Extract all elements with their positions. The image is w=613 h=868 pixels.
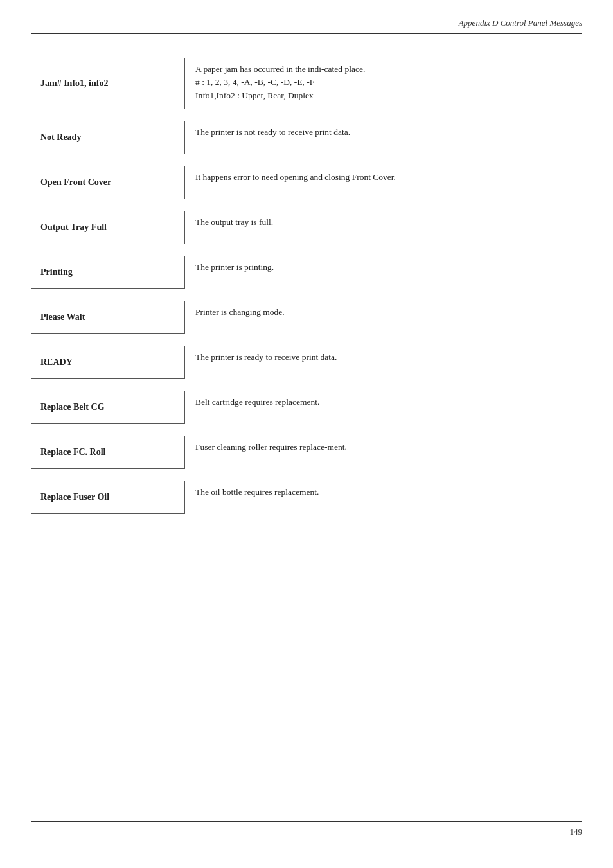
message-desc-please-wait: Printer is changing mode. bbox=[185, 301, 582, 324]
messages-table: Jam# Info1, info2A paper jam has occurre… bbox=[31, 58, 582, 514]
footer-line bbox=[31, 821, 582, 822]
message-row-ready: READYThe printer is ready to receive pri… bbox=[31, 346, 582, 379]
page-container: Appendix D Control Panel Messages Jam# I… bbox=[0, 0, 613, 868]
message-label-replace-fuser-oil: Replace Fuser Oil bbox=[31, 481, 185, 514]
message-row-replace-fc-roll: Replace FC. RollFuser cleaning roller re… bbox=[31, 436, 582, 469]
message-desc-jam: A paper jam has occurred in the indi-cat… bbox=[185, 58, 582, 107]
content-area: Jam# Info1, info2A paper jam has occurre… bbox=[31, 45, 582, 817]
message-label-open-front-cover: Open Front Cover bbox=[31, 166, 185, 199]
page-header: Appendix D Control Panel Messages bbox=[459, 18, 582, 28]
message-row-replace-fuser-oil: Replace Fuser OilThe oil bottle requires… bbox=[31, 481, 582, 514]
message-row-output-tray-full: Output Tray FullThe output tray is full. bbox=[31, 211, 582, 244]
message-row-jam: Jam# Info1, info2A paper jam has occurre… bbox=[31, 58, 582, 109]
message-row-open-front-cover: Open Front CoverIt happens error to need… bbox=[31, 166, 582, 199]
message-desc-output-tray-full: The output tray is full. bbox=[185, 211, 582, 234]
message-row-printing: Printing The printer is printing. bbox=[31, 256, 582, 289]
message-desc-open-front-cover: It happens error to need opening and clo… bbox=[185, 166, 582, 189]
message-label-output-tray-full: Output Tray Full bbox=[31, 211, 185, 244]
message-desc-not-ready: The printer is not ready to receive prin… bbox=[185, 121, 582, 144]
page-footer: 149 bbox=[31, 821, 582, 837]
message-desc-replace-fuser-oil: The oil bottle requires replacement. bbox=[185, 481, 582, 504]
message-desc-printing: The printer is printing. bbox=[185, 256, 582, 279]
header-line bbox=[31, 33, 582, 34]
page-number: 149 bbox=[31, 827, 582, 837]
message-row-please-wait: Please WaitPrinter is changing mode. bbox=[31, 301, 582, 334]
message-label-ready: READY bbox=[31, 346, 185, 379]
message-row-replace-belt-cg: Replace Belt CGBelt cartridge requires r… bbox=[31, 391, 582, 424]
message-label-please-wait: Please Wait bbox=[31, 301, 185, 334]
message-label-replace-belt-cg: Replace Belt CG bbox=[31, 391, 185, 424]
message-desc-replace-belt-cg: Belt cartridge requires replacement. bbox=[185, 391, 582, 414]
message-row-not-ready: Not ReadyThe printer is not ready to rec… bbox=[31, 121, 582, 154]
message-label-jam: Jam# Info1, info2 bbox=[31, 58, 185, 109]
message-label-printing: Printing bbox=[31, 256, 185, 289]
message-label-not-ready: Not Ready bbox=[31, 121, 185, 154]
header-title: Appendix D Control Panel Messages bbox=[459, 18, 582, 28]
message-label-replace-fc-roll: Replace FC. Roll bbox=[31, 436, 185, 469]
message-desc-ready: The printer is ready to receive print da… bbox=[185, 346, 582, 369]
message-desc-replace-fc-roll: Fuser cleaning roller requires replace-m… bbox=[185, 436, 582, 459]
